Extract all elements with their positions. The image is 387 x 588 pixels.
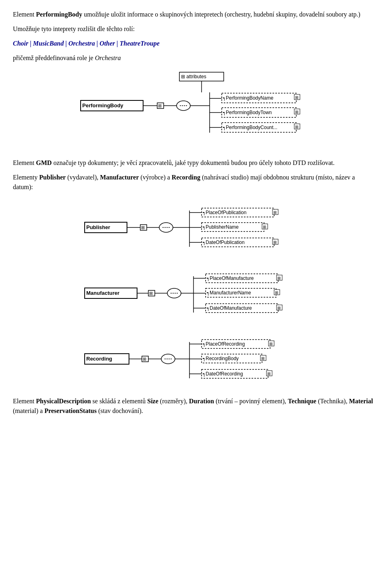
svg-text:⊞: ⊞ <box>295 110 298 114</box>
preservationstatus-term: PreservationStatus <box>44 407 96 414</box>
para3-rest: označuje typ dokumenty; je věcí zpracova… <box>52 159 335 166</box>
svg-text:⊞: ⊞ <box>143 357 146 361</box>
svg-text:┑ManufacturerName: ┑ManufacturerName <box>206 290 251 296</box>
paragraph-4: Elementy Publisher (vydavatel), Manufact… <box>13 173 374 192</box>
svg-text:⊞: ⊞ <box>149 291 153 296</box>
svg-text:┑DateOfRecording: ┑DateOfRecording <box>202 371 243 377</box>
paragraph-3: Element GMD označuje typ dokumenty; je v… <box>13 158 374 168</box>
performing-body-diagram: ⊞ attributes PerformingBody ⊞ ┑Performin… <box>13 70 374 151</box>
roles-note-pre: přičemž předdefinovaná role je <box>13 54 95 61</box>
performingbody-term: PerformingBody <box>36 11 82 18</box>
svg-text:⊞: ⊞ <box>275 290 278 295</box>
manufacturer-term: Manufacturer <box>100 174 139 181</box>
svg-text:⊞: ⊞ <box>267 371 270 376</box>
para4-pre: Elementy <box>13 174 39 181</box>
manufacturer-svg: Manufacturer ⊞ ┑PlaceOfManufacture ⊞ ┑Ma… <box>81 265 306 323</box>
para4-mid2: (výrobce) a <box>139 174 172 181</box>
svg-text:⊞: ⊞ <box>277 306 281 310</box>
svg-text:┑PlaceOfRecording: ┑PlaceOfRecording <box>202 341 245 347</box>
svg-text:Publisher: Publisher <box>86 224 110 230</box>
svg-point-34 <box>159 223 173 232</box>
svg-text:⊞: ⊞ <box>295 125 298 129</box>
roles-intro: Umožňuje tyto inteprety rozlišit dle těc… <box>13 24 374 34</box>
para4-mid1: (vydavatel), <box>66 174 100 181</box>
publisher-diagram: Publisher ⊞ ┑PlaceOfPublication ⊞ ┑Publi… <box>13 199 374 258</box>
svg-point-59 <box>167 288 181 298</box>
para5-mid3: (trvání – povinný element), <box>214 398 288 405</box>
svg-text:PerformingBody: PerformingBody <box>82 102 124 108</box>
svg-text:┑PerformingBodyCount...: ┑PerformingBodyCount... <box>223 125 277 130</box>
svg-text:┑PerformingBodyName: ┑PerformingBodyName <box>223 95 273 101</box>
para5-rest: (stav dochování). <box>97 407 143 414</box>
manufacturer-diagram: Manufacturer ⊞ ┑PlaceOfManufacture ⊞ ┑Ma… <box>13 265 374 323</box>
material-term: Material <box>349 398 373 405</box>
svg-text:┑PlaceOfManufacture: ┑PlaceOfManufacture <box>206 275 254 281</box>
technique-term: Technique <box>288 398 316 405</box>
svg-text:⊞: ⊞ <box>158 103 162 108</box>
svg-text:⊞: ⊞ <box>273 240 277 244</box>
svg-text:⊞: ⊞ <box>261 356 264 361</box>
svg-text:┑PublisherName: ┑PublisherName <box>202 224 239 230</box>
para5-mid5: (material) a <box>13 407 44 414</box>
para5-mid2: (rozměry), <box>158 398 189 405</box>
publisher-svg: Publisher ⊞ ┑PlaceOfPublication ⊞ ┑Publi… <box>81 199 306 258</box>
recording-svg: Recording ⊞ ┑PlaceOfRecording ⊞ ┑Recordi… <box>81 331 306 389</box>
svg-point-9 <box>177 101 190 111</box>
svg-text:⊞: ⊞ <box>141 225 145 230</box>
orchestra-term: Orchestra <box>95 54 121 61</box>
paragraph-1: Element PerformingBody umožňuje uložit i… <box>13 10 374 19</box>
para5-mid4: (Technika), <box>316 398 349 405</box>
recording-term: Recording <box>172 174 200 181</box>
physicaldescription-term: PhysicalDescription <box>36 398 91 405</box>
svg-text:⊞: ⊞ <box>295 95 298 100</box>
duration-term: Duration <box>189 398 214 405</box>
para5-pre: Element <box>13 398 36 405</box>
para1-rest: umožňuje uložit informace o skupinových … <box>82 11 360 18</box>
para5-mid1: se skládá z elementů <box>91 398 147 405</box>
svg-text:Recording: Recording <box>86 356 112 362</box>
svg-text:┑PlaceOfPublication: ┑PlaceOfPublication <box>202 210 246 215</box>
recording-diagram: Recording ⊞ ┑PlaceOfRecording ⊞ ┑Recordi… <box>13 331 374 389</box>
svg-text:⊞: ⊞ <box>277 276 281 280</box>
svg-text:⊞ attributes: ⊞ attributes <box>181 74 206 79</box>
svg-text:⊞: ⊞ <box>263 225 266 229</box>
svg-text:┑DateOfManufacture: ┑DateOfManufacture <box>206 305 252 311</box>
svg-text:┑RecordingBody: ┑RecordingBody <box>202 356 239 361</box>
publisher-term: Publisher <box>39 174 66 181</box>
para3-pre: Element <box>13 159 36 166</box>
size-term: Size <box>147 398 158 405</box>
paragraph-2: Umožňuje tyto inteprety rozlišit dle těc… <box>13 24 374 63</box>
gmd-term: GMD <box>36 159 52 166</box>
svg-text:⊞: ⊞ <box>273 210 277 215</box>
svg-text:┑PerformingBodyTown: ┑PerformingBodyTown <box>223 110 272 115</box>
roles-list: Choir | MusicBand | Orchestra | Other | … <box>13 40 160 47</box>
svg-point-84 <box>161 354 175 364</box>
svg-text:⊞: ⊞ <box>269 342 273 346</box>
performing-body-svg: ⊞ attributes PerformingBody ⊞ ┑Performin… <box>77 70 310 151</box>
paragraph-5: Element PhysicalDescription se skládá z … <box>13 396 374 416</box>
svg-text:┑DateOfPublication: ┑DateOfPublication <box>202 240 245 245</box>
svg-text:Manufacturer: Manufacturer <box>86 290 119 296</box>
